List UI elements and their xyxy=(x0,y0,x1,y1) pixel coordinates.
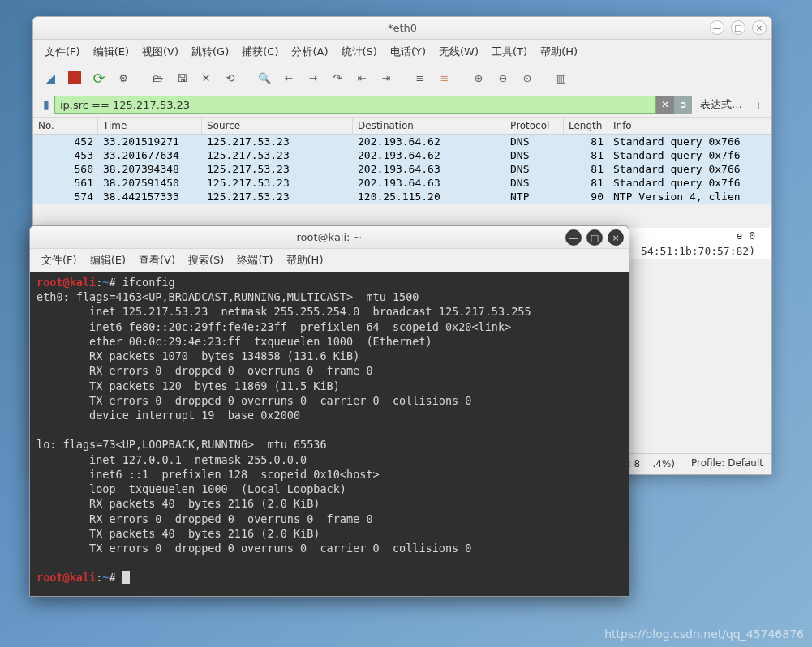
terminal-window-controls: — □ × xyxy=(565,229,624,246)
filter-apply-icon[interactable]: ➲ xyxy=(674,96,692,114)
go-back-icon[interactable]: ← xyxy=(278,67,299,88)
menu-analyze[interactable]: 分析(A) xyxy=(286,43,333,61)
display-filter-input[interactable] xyxy=(54,96,656,114)
packet-row[interactable]: 57438.442157333125.217.53.23120.25.115.2… xyxy=(33,190,771,204)
prompt-user: root@kali xyxy=(37,276,96,289)
filter-add-icon[interactable]: + xyxy=(750,99,767,111)
menu-view[interactable]: 视图(V) xyxy=(137,43,183,61)
find-packet-icon[interactable]: 🔍 xyxy=(254,67,275,88)
menu-file[interactable]: 文件(F) xyxy=(40,43,85,61)
packet-list-header[interactable]: No. Time Source Destination Protocol Len… xyxy=(33,118,771,135)
zoom-in-icon[interactable]: ⊕ xyxy=(468,67,489,88)
save-file-icon[interactable]: 🖫 xyxy=(171,67,192,88)
terminal-menubar: 文件(F) 编辑(E) 查看(V) 搜索(S) 终端(T) 帮助(H) xyxy=(30,249,629,272)
terminal-minimize-button[interactable]: — xyxy=(565,229,582,246)
close-button[interactable]: × xyxy=(752,20,767,35)
col-header-length[interactable]: Length xyxy=(564,118,608,134)
terminal-close-button[interactable]: × xyxy=(608,229,624,246)
term-menu-edit[interactable]: 编辑(E) xyxy=(85,251,131,269)
term-menu-file[interactable]: 文件(F) xyxy=(37,251,82,269)
status-profile[interactable]: Profile: Default xyxy=(691,457,763,471)
minimize-button[interactable]: — xyxy=(710,20,724,35)
wireshark-toolbar: ◢ ⟳ ⚙ 🗁 🖫 ✕ ⟲ 🔍 ← → ↷ ⇤ ⇥ ≡ ≡ ⊕ ⊖ ⊙ ▥ xyxy=(33,64,771,92)
filter-bookmark-icon[interactable]: ▮ xyxy=(38,96,54,114)
menu-telephony[interactable]: 电话(Y) xyxy=(385,43,431,61)
restart-capture-icon[interactable]: ⟳ xyxy=(88,67,110,88)
go-to-packet-icon[interactable]: ↷ xyxy=(327,67,348,88)
packet-list: No. Time Source Destination Protocol Len… xyxy=(33,118,771,204)
start-capture-icon[interactable]: ◢ xyxy=(40,67,61,88)
zoom-out-icon[interactable]: ⊖ xyxy=(492,67,513,88)
menu-capture[interactable]: 捕获(C) xyxy=(237,43,283,61)
terminal-window: root@kali: ~ — □ × 文件(F) 编辑(E) 查看(V) 搜索(… xyxy=(29,225,629,597)
terminal-maximize-button[interactable]: □ xyxy=(586,229,603,246)
zoom-reset-icon[interactable]: ⊙ xyxy=(517,67,538,88)
go-first-icon[interactable]: ⇤ xyxy=(351,67,372,88)
wireshark-window-controls: — □ × xyxy=(710,20,767,35)
open-file-icon[interactable]: 🗁 xyxy=(147,67,168,88)
col-header-info[interactable]: Info xyxy=(608,118,771,134)
packet-row[interactable]: 56038.207394348125.217.53.23202.193.64.6… xyxy=(33,162,771,176)
term-menu-terminal[interactable]: 终端(T) xyxy=(232,251,277,269)
maximize-button[interactable]: □ xyxy=(731,20,745,35)
term-menu-search[interactable]: 搜索(S) xyxy=(183,251,229,269)
col-header-destination[interactable]: Destination xyxy=(353,118,505,134)
col-header-time[interactable]: Time xyxy=(98,118,202,134)
menu-help[interactable]: 帮助(H) xyxy=(535,43,582,61)
go-last-icon[interactable]: ⇥ xyxy=(376,67,397,88)
auto-scroll-icon[interactable]: ≡ xyxy=(410,67,431,88)
prompt-symbol: # xyxy=(109,276,115,289)
stop-capture-icon[interactable] xyxy=(64,67,85,88)
colorize-icon[interactable]: ≡ xyxy=(434,67,455,88)
reload-icon[interactable]: ⟲ xyxy=(220,67,241,88)
resize-columns-icon[interactable]: ▥ xyxy=(551,67,572,88)
wireshark-title: *eth0 xyxy=(388,22,417,34)
col-header-source[interactable]: Source xyxy=(202,118,353,134)
terminal-cursor xyxy=(122,571,130,584)
terminal-title: root@kali: ~ xyxy=(297,231,363,243)
terminal-body[interactable]: root@kali:~# ifconfig eth0: flags=4163<U… xyxy=(30,272,629,596)
filter-clear-icon[interactable]: ✕ xyxy=(656,96,674,114)
menu-edit[interactable]: 编辑(E) xyxy=(88,43,134,61)
menu-statistics[interactable]: 统计(S) xyxy=(337,43,382,61)
go-forward-icon[interactable]: → xyxy=(303,67,324,88)
wireshark-titlebar[interactable]: *eth0 — □ × xyxy=(33,17,771,40)
status-pct: .4%) xyxy=(652,458,675,469)
col-header-no[interactable]: No. xyxy=(33,118,98,134)
wireshark-menubar: 文件(F) 编辑(E) 视图(V) 跳转(G) 捕获(C) 分析(A) 统计(S… xyxy=(33,40,771,64)
terminal-command: ifconfig xyxy=(122,276,175,289)
close-file-icon[interactable]: ✕ xyxy=(195,67,217,88)
menu-go[interactable]: 跳转(G) xyxy=(187,43,234,61)
term-menu-help[interactable]: 帮助(H) xyxy=(281,251,329,269)
filter-bar: ▮ ✕ ➲ 表达式… + xyxy=(33,92,771,118)
terminal-output: eth0: flags=4163<UP,BROADCAST,RUNNING,MU… xyxy=(37,290,531,555)
menu-tools[interactable]: 工具(T) xyxy=(487,43,532,61)
menu-wireless[interactable]: 无线(W) xyxy=(434,43,483,61)
terminal-titlebar[interactable]: root@kali: ~ — □ × xyxy=(30,226,629,249)
filter-expression-button[interactable]: 表达式… xyxy=(692,97,750,112)
capture-options-icon[interactable]: ⚙ xyxy=(113,67,134,88)
packet-row[interactable]: 45333.201677634125.217.53.23202.193.64.6… xyxy=(33,148,771,162)
term-menu-view[interactable]: 查看(V) xyxy=(134,251,180,269)
packet-row[interactable]: 45233.201519271125.217.53.23202.193.64.6… xyxy=(33,135,771,148)
watermark: https://blog.csdn.net/qq_45746876 xyxy=(604,628,804,641)
packet-row[interactable]: 56138.207591450125.217.53.23202.193.64.6… xyxy=(33,176,771,190)
col-header-protocol[interactable]: Protocol xyxy=(505,118,564,134)
